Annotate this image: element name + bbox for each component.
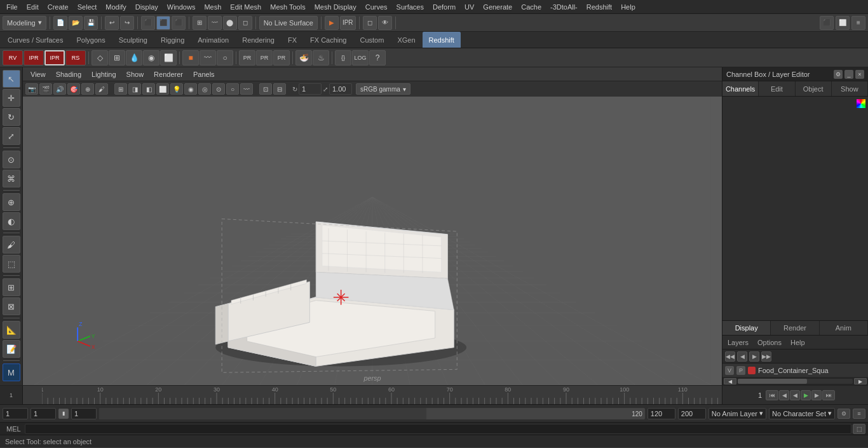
ipr-btn[interactable]: IPR — [340, 16, 356, 30]
measure-btn[interactable]: 📐 — [3, 321, 20, 339]
vp-texture-btn[interactable]: ⬜ — [156, 83, 169, 95]
menu-select[interactable]: Select — [74, 2, 101, 12]
menu-mesh-tools[interactable]: Mesh Tools — [266, 2, 309, 12]
vp-shading-menu[interactable]: Shading — [52, 69, 85, 79]
vp-scale-value[interactable]: 1.00 — [329, 83, 352, 95]
snap-curve-btn[interactable]: 〰 — [208, 16, 222, 30]
menu-mesh-display[interactable]: Mesh Display — [311, 2, 360, 12]
tab-curves-surfaces[interactable]: Curves / Surfaces — [1, 32, 69, 48]
menu-modify[interactable]: Modify — [102, 2, 130, 12]
vp-shade2-btn[interactable]: ◧ — [142, 83, 155, 95]
options-menu[interactable]: Options — [755, 338, 784, 347]
circle-btn[interactable]: ◉ — [143, 50, 159, 65]
soft-select-btn[interactable]: ⊙ — [3, 151, 20, 168]
menu-redshift[interactable]: Redshift — [583, 2, 616, 12]
channels-tab[interactable]: Channels — [722, 81, 759, 96]
undo-btn[interactable]: ↩ — [105, 16, 119, 30]
move-tool-btn[interactable]: ✛ — [3, 89, 20, 107]
settings-btn[interactable]: ≡ — [851, 16, 865, 30]
vp-dof-btn[interactable]: ○ — [226, 83, 239, 95]
rs-btn[interactable]: RS — [65, 50, 86, 65]
menu-file[interactable]: File — [3, 2, 22, 12]
render-btn[interactable]: ▶ — [325, 16, 339, 30]
annotate-btn[interactable]: 📝 — [3, 340, 20, 358]
uv-btn[interactable]: ⊠ — [3, 297, 20, 315]
vp-light-btn[interactable]: 💡 — [170, 83, 183, 95]
vp-aa-btn[interactable]: ◎ — [198, 83, 211, 95]
vp-shadow-btn[interactable]: ◉ — [184, 83, 197, 95]
menu-uv[interactable]: UV — [461, 2, 478, 12]
menu-windows[interactable]: Windows — [163, 2, 200, 12]
show-tab[interactable]: Show — [832, 81, 868, 96]
ipr2-btn[interactable]: IPR — [44, 50, 65, 65]
script-editor-btn[interactable]: ⬚ — [853, 424, 865, 434]
panel-settings-btn[interactable]: ⚙ — [834, 70, 843, 79]
fullscreen-btn[interactable]: ⬜ — [836, 16, 850, 30]
tab-rendering[interactable]: Rendering — [236, 32, 281, 48]
vp-shade-btn[interactable]: ◨ — [128, 83, 141, 95]
command-input[interactable] — [25, 424, 851, 434]
vp-audio-btn[interactable]: 🔊 — [53, 83, 66, 95]
tab-custom[interactable]: Custom — [354, 32, 391, 48]
panel-close-btn[interactable]: × — [855, 70, 864, 79]
color-picker-icon[interactable] — [857, 99, 865, 108]
timeline-ticks[interactable]: 1102030405060708090100110120 — [23, 386, 722, 404]
display-all-btn[interactable]: ⊞ — [3, 278, 20, 296]
vp-wireframe-btn[interactable]: ⊞ — [114, 83, 127, 95]
vp-snap-btn[interactable]: ⊕ — [81, 83, 94, 95]
viewport[interactable]: View Shading Lighting Show Renderer Pane… — [23, 67, 722, 385]
snap-grid-btn[interactable]: ⊞ — [193, 16, 207, 30]
play-fwd-btn[interactable]: ▶ — [801, 390, 811, 400]
rotate-tool-btn[interactable]: ↻ — [3, 108, 20, 126]
display-layer-btn[interactable]: ◻ — [363, 16, 377, 30]
layer-next-right-btn[interactable]: ▶▶ — [761, 351, 771, 362]
scroll-left-btn[interactable]: ◀ — [724, 378, 736, 384]
step-back-btn[interactable]: ◀ — [779, 390, 789, 400]
diamond-btn[interactable]: ◇ — [92, 50, 108, 65]
edit-tab[interactable]: Edit — [759, 81, 795, 96]
layers-menu[interactable]: Layers — [725, 338, 751, 347]
menu-edit-mesh[interactable]: Edit Mesh — [226, 2, 265, 12]
layer-prev-left-btn[interactable]: ◀◀ — [725, 351, 735, 362]
vp-track-btn[interactable]: 🎯 — [67, 83, 80, 95]
tab-polygons[interactable]: Polygons — [70, 32, 111, 48]
menu-display[interactable]: Display — [132, 2, 162, 12]
vp-view-menu[interactable]: View — [27, 69, 50, 79]
menu-deform[interactable]: Deform — [429, 2, 459, 12]
char-set-dropdown[interactable]: No Character Set ▾ — [769, 408, 835, 419]
select-region-btn[interactable]: ⬚ — [3, 255, 20, 273]
log-btn[interactable]: LOG — [352, 50, 369, 65]
select-by-component-btn[interactable]: ⬛ — [172, 16, 186, 30]
scale-tool-btn[interactable]: ⤢ — [3, 127, 20, 145]
maya-logo-btn[interactable]: M — [3, 363, 20, 381]
rv-btn[interactable]: RV — [3, 50, 23, 65]
pr1-btn[interactable]: PR — [239, 50, 255, 65]
cube-btn[interactable]: ■ — [182, 50, 199, 65]
grid-btn[interactable]: ⊞ — [109, 50, 125, 65]
drop-btn[interactable]: 💧 — [126, 50, 142, 65]
live-surface-dropdown[interactable]: No Live Surface — [259, 16, 318, 30]
bowl-btn[interactable]: 🍜 — [295, 50, 312, 65]
plane-btn[interactable]: ⬜ — [160, 50, 177, 65]
vp-isolate-btn[interactable]: ⊡ — [259, 83, 272, 95]
menu-surfaces[interactable]: Surfaces — [393, 2, 428, 12]
step-fwd-btn[interactable]: ▶ — [811, 390, 822, 400]
menu-curves[interactable]: Curves — [362, 2, 391, 12]
anim-view-btn[interactable]: ≡ — [853, 409, 865, 419]
snap-surface-btn[interactable]: ◻ — [238, 16, 252, 30]
vp-camera-btn[interactable]: 📷 — [25, 83, 38, 95]
tab-xgen[interactable]: XGen — [391, 32, 421, 48]
tab-animation[interactable]: Animation — [191, 32, 235, 48]
vp-renderer-menu[interactable]: Renderer — [150, 69, 187, 79]
pr2-btn[interactable]: PR — [256, 50, 273, 65]
object-tab[interactable]: Object — [796, 81, 832, 96]
end-frame-input[interactable]: 1 — [71, 408, 97, 419]
vp-paint-btn[interactable]: 🖌 — [95, 83, 108, 95]
timeline-range-bar[interactable]: 120 — [99, 408, 645, 419]
vp-show-menu[interactable]: Show — [123, 69, 148, 79]
script-btn[interactable]: {} — [335, 50, 351, 65]
current-frame-input[interactable]: 1 — [3, 408, 28, 419]
ipr-icon-btn[interactable]: IPR — [24, 50, 44, 65]
vp-ss-btn[interactable]: ⊙ — [212, 83, 225, 95]
layer-item[interactable]: V P Food_Container_Squa — [722, 363, 868, 377]
